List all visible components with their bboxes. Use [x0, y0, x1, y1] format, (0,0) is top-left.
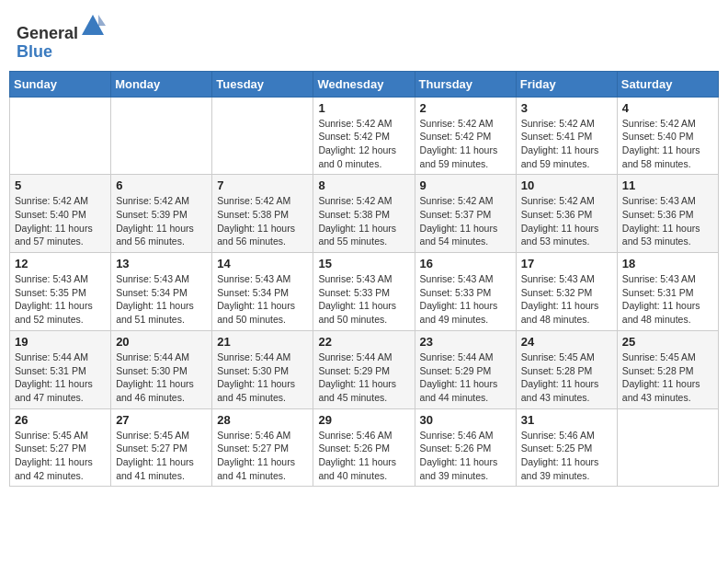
day-number: 18 [622, 257, 713, 270]
day-number: 1 [318, 101, 409, 115]
day-number: 8 [318, 178, 409, 192]
day-info: Sunrise: 5:44 AM Sunset: 5:31 PM Dayligh… [15, 350, 106, 405]
calendar-cell: 22Sunrise: 5:44 AM Sunset: 5:29 PM Dayli… [313, 330, 415, 408]
day-number: 14 [217, 257, 308, 270]
calendar-cell [212, 97, 313, 175]
day-number: 12 [15, 257, 106, 270]
logo-general: General [17, 24, 78, 42]
calendar-cell: 14Sunrise: 5:43 AM Sunset: 5:34 PM Dayli… [212, 253, 313, 331]
day-number: 24 [521, 335, 612, 349]
day-number: 5 [15, 178, 106, 192]
day-number: 25 [622, 335, 713, 349]
calendar-cell: 15Sunrise: 5:43 AM Sunset: 5:33 PM Dayli… [313, 253, 415, 331]
day-info: Sunrise: 5:43 AM Sunset: 5:35 PM Dayligh… [15, 272, 106, 327]
logo-blue-label: Blue [17, 42, 52, 61]
day-number: 6 [116, 178, 207, 192]
day-info: Sunrise: 5:42 AM Sunset: 5:38 PM Dayligh… [318, 194, 409, 248]
day-info: Sunrise: 5:42 AM Sunset: 5:41 PM Dayligh… [521, 117, 612, 171]
day-number: 30 [420, 413, 511, 427]
day-info: Sunrise: 5:42 AM Sunset: 5:38 PM Dayligh… [217, 194, 308, 248]
day-info: Sunrise: 5:43 AM Sunset: 5:36 PM Dayligh… [622, 194, 713, 248]
day-info: Sunrise: 5:45 AM Sunset: 5:27 PM Dayligh… [116, 429, 207, 483]
day-info: Sunrise: 5:46 AM Sunset: 5:27 PM Dayligh… [217, 429, 308, 483]
col-header-wednesday: Wednesday [313, 71, 415, 97]
day-number: 27 [116, 413, 207, 427]
day-info: Sunrise: 5:42 AM Sunset: 5:40 PM Dayligh… [15, 194, 106, 248]
day-number: 28 [217, 413, 308, 427]
day-number: 23 [420, 335, 511, 349]
day-info: Sunrise: 5:45 AM Sunset: 5:27 PM Dayligh… [15, 429, 106, 483]
day-info: Sunrise: 5:42 AM Sunset: 5:39 PM Dayligh… [116, 194, 207, 248]
day-info: Sunrise: 5:42 AM Sunset: 5:42 PM Dayligh… [318, 117, 409, 171]
calendar-cell: 1Sunrise: 5:42 AM Sunset: 5:42 PM Daylig… [313, 97, 415, 175]
day-number: 26 [15, 413, 106, 427]
day-number: 19 [15, 335, 106, 349]
col-header-sunday: Sunday [10, 71, 111, 97]
col-header-monday: Monday [111, 71, 212, 97]
day-info: Sunrise: 5:44 AM Sunset: 5:29 PM Dayligh… [318, 350, 409, 405]
day-info: Sunrise: 5:43 AM Sunset: 5:32 PM Dayligh… [521, 272, 612, 327]
day-info: Sunrise: 5:44 AM Sunset: 5:30 PM Dayligh… [116, 350, 207, 405]
calendar-cell: 10Sunrise: 5:42 AM Sunset: 5:36 PM Dayli… [516, 175, 617, 253]
calendar-cell: 20Sunrise: 5:44 AM Sunset: 5:30 PM Dayli… [111, 330, 212, 408]
calendar-cell: 8Sunrise: 5:42 AM Sunset: 5:38 PM Daylig… [313, 175, 415, 253]
calendar-cell: 28Sunrise: 5:46 AM Sunset: 5:27 PM Dayli… [212, 408, 313, 487]
col-header-thursday: Thursday [415, 71, 516, 97]
calendar-cell: 24Sunrise: 5:45 AM Sunset: 5:28 PM Dayli… [516, 330, 617, 408]
calendar-cell: 18Sunrise: 5:43 AM Sunset: 5:31 PM Dayli… [617, 253, 718, 331]
logo-icon [80, 13, 106, 39]
day-number: 17 [521, 257, 612, 270]
calendar-cell: 26Sunrise: 5:45 AM Sunset: 5:27 PM Dayli… [10, 408, 111, 487]
calendar-cell: 7Sunrise: 5:42 AM Sunset: 5:38 PM Daylig… [212, 175, 313, 253]
day-number: 2 [420, 101, 511, 115]
calendar-week-3: 12Sunrise: 5:43 AM Sunset: 5:35 PM Dayli… [10, 253, 719, 331]
day-info: Sunrise: 5:42 AM Sunset: 5:36 PM Dayligh… [521, 194, 612, 248]
calendar-week-2: 5Sunrise: 5:42 AM Sunset: 5:40 PM Daylig… [10, 175, 719, 253]
day-number: 31 [521, 413, 612, 427]
calendar-cell: 13Sunrise: 5:43 AM Sunset: 5:34 PM Dayli… [111, 253, 212, 331]
calendar-cell: 30Sunrise: 5:46 AM Sunset: 5:26 PM Dayli… [415, 408, 516, 487]
calendar-week-4: 19Sunrise: 5:44 AM Sunset: 5:31 PM Dayli… [10, 330, 719, 408]
day-info: Sunrise: 5:43 AM Sunset: 5:33 PM Dayligh… [420, 272, 511, 327]
calendar-cell: 23Sunrise: 5:44 AM Sunset: 5:29 PM Dayli… [415, 330, 516, 408]
calendar-cell: 12Sunrise: 5:43 AM Sunset: 5:35 PM Dayli… [10, 253, 111, 331]
day-info: Sunrise: 5:43 AM Sunset: 5:31 PM Dayligh… [622, 272, 713, 327]
day-info: Sunrise: 5:45 AM Sunset: 5:28 PM Dayligh… [521, 350, 612, 405]
logo: General Blue [17, 13, 106, 62]
day-number: 10 [521, 178, 612, 192]
day-info: Sunrise: 5:42 AM Sunset: 5:40 PM Dayligh… [622, 117, 713, 171]
col-header-saturday: Saturday [617, 71, 718, 97]
day-info: Sunrise: 5:43 AM Sunset: 5:34 PM Dayligh… [116, 272, 207, 327]
calendar-cell: 25Sunrise: 5:45 AM Sunset: 5:28 PM Dayli… [617, 330, 718, 408]
day-info: Sunrise: 5:46 AM Sunset: 5:26 PM Dayligh… [420, 429, 511, 483]
svg-marker-1 [98, 15, 106, 26]
calendar-cell: 4Sunrise: 5:42 AM Sunset: 5:40 PM Daylig… [617, 97, 718, 175]
day-number: 13 [116, 257, 207, 270]
calendar-cell [617, 408, 718, 487]
calendar-cell [10, 97, 111, 175]
day-number: 22 [318, 335, 409, 349]
page-header: General Blue [9, 9, 719, 65]
day-number: 7 [217, 178, 308, 192]
calendar-cell: 3Sunrise: 5:42 AM Sunset: 5:41 PM Daylig… [516, 97, 617, 175]
day-number: 20 [116, 335, 207, 349]
day-info: Sunrise: 5:43 AM Sunset: 5:34 PM Dayligh… [217, 272, 308, 327]
day-number: 21 [217, 335, 308, 349]
day-number: 9 [420, 178, 511, 192]
calendar-cell: 5Sunrise: 5:42 AM Sunset: 5:40 PM Daylig… [10, 175, 111, 253]
calendar-cell: 16Sunrise: 5:43 AM Sunset: 5:33 PM Dayli… [415, 253, 516, 331]
day-info: Sunrise: 5:44 AM Sunset: 5:30 PM Dayligh… [217, 350, 308, 405]
calendar-week-5: 26Sunrise: 5:45 AM Sunset: 5:27 PM Dayli… [10, 408, 719, 487]
calendar-header-row: SundayMondayTuesdayWednesdayThursdayFrid… [10, 71, 719, 97]
day-number: 29 [318, 413, 409, 427]
logo-text: General [17, 13, 106, 43]
calendar-table: SundayMondayTuesdayWednesdayThursdayFrid… [9, 71, 719, 488]
calendar-cell: 31Sunrise: 5:46 AM Sunset: 5:25 PM Dayli… [516, 408, 617, 487]
day-number: 15 [318, 257, 409, 270]
calendar-cell [111, 97, 212, 175]
day-info: Sunrise: 5:45 AM Sunset: 5:28 PM Dayligh… [622, 350, 713, 405]
day-info: Sunrise: 5:46 AM Sunset: 5:26 PM Dayligh… [318, 429, 409, 483]
day-number: 16 [420, 257, 511, 270]
calendar-cell: 2Sunrise: 5:42 AM Sunset: 5:42 PM Daylig… [415, 97, 516, 175]
calendar-cell: 17Sunrise: 5:43 AM Sunset: 5:32 PM Dayli… [516, 253, 617, 331]
